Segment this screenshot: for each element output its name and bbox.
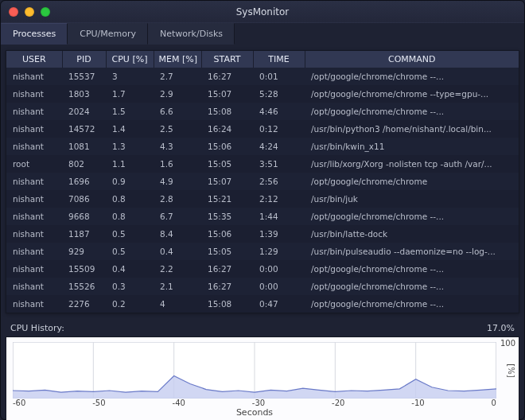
cell-start: 15:21 [201, 190, 253, 208]
cell-command: /opt/google/chrome/chrome [305, 173, 519, 190]
table-row[interactable]: nishant1553732.716:270:01/opt/google/chr… [6, 68, 519, 85]
col-time[interactable]: TIME [253, 51, 305, 68]
table-row[interactable]: nishant145721.42.516:240:12/usr/bin/pyth… [6, 120, 519, 138]
cell-cpu: 0.3 [106, 278, 154, 295]
table-row[interactable]: nishant22760.2415:080:47/opt/google/chro… [6, 295, 519, 313]
cell-mem: 8.4 [154, 225, 201, 243]
cell-time: 0:01 [253, 68, 305, 85]
cell-pid: 15509 [62, 260, 106, 278]
table-row[interactable]: nishant70860.82.815:212:12/usr/bin/juk [6, 190, 519, 208]
table-row[interactable]: root8021.11.615:053:51/usr/lib/xorg/Xorg… [6, 155, 519, 173]
cell-start: 16:27 [201, 260, 253, 278]
cell-command: /opt/google/chrome/chrome --... [305, 260, 519, 278]
chart-xticks: -60-50-40-30-20-100 [13, 399, 496, 407]
close-icon[interactable] [9, 7, 18, 17]
cell-pid: 1696 [62, 173, 106, 190]
cell-cpu: 3 [106, 68, 154, 85]
col-mem[interactable]: MEM [%] [154, 51, 201, 68]
cell-cpu: 1.7 [106, 85, 154, 103]
cell-cpu: 1.1 [106, 155, 154, 173]
cell-time: 1:29 [253, 243, 305, 260]
tab-cpu-memory[interactable]: CPU/Memory [68, 23, 148, 45]
cell-pid: 929 [62, 243, 106, 260]
cell-mem: 2.1 [154, 278, 201, 295]
col-pid[interactable]: PID [62, 51, 106, 68]
table-row[interactable]: nishant10811.34.315:064:24/usr/bin/kwin_… [6, 138, 519, 155]
col-command[interactable]: COMMAND [305, 51, 519, 68]
cell-start: 15:06 [201, 225, 253, 243]
cell-pid: 1081 [62, 138, 106, 155]
cell-start: 15:06 [201, 138, 253, 155]
process-table[interactable]: USER PID CPU [%] MEM [%] START TIME COMM… [6, 51, 519, 313]
cell-user: nishant [6, 120, 62, 138]
cell-start: 16:27 [201, 278, 253, 295]
table-row[interactable]: nishant16960.94.915:072:56/opt/google/ch… [6, 173, 519, 190]
cell-user: nishant [6, 208, 62, 225]
cell-user: nishant [6, 190, 62, 208]
cell-start: 15:35 [201, 208, 253, 225]
cell-start: 16:27 [201, 68, 253, 85]
table-row[interactable]: nishant18031.72.915:075:28/opt/google/ch… [6, 85, 519, 103]
col-user[interactable]: USER [6, 51, 62, 68]
cell-command: /usr/bin/python3 /home/nishant/.local/bi… [305, 120, 519, 138]
cell-pid: 7086 [62, 190, 106, 208]
cell-mem: 2.9 [154, 85, 201, 103]
table-row[interactable]: nishant20241.56.615:084:46/opt/google/ch… [6, 103, 519, 120]
cell-cpu: 0.9 [106, 173, 154, 190]
table-row[interactable]: nishant155090.42.216:270:00/opt/google/c… [6, 260, 519, 278]
table-header-row[interactable]: USER PID CPU [%] MEM [%] START TIME COMM… [6, 51, 519, 68]
cell-start: 15:08 [201, 103, 253, 120]
cell-mem: 2.8 [154, 190, 201, 208]
cell-mem: 1.6 [154, 155, 201, 173]
tab-network-disks[interactable]: Network/Disks [148, 23, 235, 45]
cell-user: nishant [6, 260, 62, 278]
cell-time: 1:39 [253, 225, 305, 243]
tab-bar: Processes CPU/Memory Network/Disks [1, 23, 524, 45]
cell-start: 15:05 [201, 243, 253, 260]
tab-processes[interactable]: Processes [1, 23, 68, 45]
cell-user: nishant [6, 278, 62, 295]
cell-time: 2:12 [253, 190, 305, 208]
cell-pid: 2276 [62, 295, 106, 313]
cell-mem: 2.5 [154, 120, 201, 138]
col-cpu[interactable]: CPU [%] [106, 51, 154, 68]
cell-user: nishant [6, 138, 62, 155]
window-controls [9, 7, 50, 17]
chart-xtick: -50 [92, 399, 105, 407]
chart-xlabel: Seconds [13, 407, 496, 418]
minimize-icon[interactable] [25, 7, 34, 17]
cell-start: 15:07 [201, 85, 253, 103]
chart-ytick-max: 100 [500, 339, 515, 348]
cell-pid: 14572 [62, 120, 106, 138]
cell-user: nishant [6, 103, 62, 120]
cell-cpu: 0.2 [106, 295, 154, 313]
table-row[interactable]: nishant11870.58.415:061:39/usr/bin/latte… [6, 225, 519, 243]
table-row[interactable]: nishant9290.50.415:051:29/usr/bin/pulsea… [6, 243, 519, 260]
cell-time: 1:44 [253, 208, 305, 225]
cell-time: 0:12 [253, 120, 305, 138]
cell-command: /opt/google/chrome/chrome --... [305, 278, 519, 295]
cell-command: /usr/lib/xorg/Xorg -nolisten tcp -auth /… [305, 155, 519, 173]
cell-time: 0:00 [253, 278, 305, 295]
cpu-history-section: CPU History: 17.0% 100 [%] -60-50-40-30-… [6, 320, 519, 414]
maximize-icon[interactable] [41, 7, 50, 17]
table-row[interactable]: nishant155260.32.116:270:00/opt/google/c… [6, 278, 519, 295]
cell-pid: 802 [62, 155, 106, 173]
chart-plot-area [13, 342, 496, 399]
cell-time: 0:47 [253, 295, 305, 313]
cell-time: 3:51 [253, 155, 305, 173]
cell-cpu: 0.5 [106, 225, 154, 243]
cell-command: /opt/google/chrome/chrome --type=gpu-... [305, 85, 519, 103]
cell-start: 16:24 [201, 120, 253, 138]
cell-cpu: 0.8 [106, 208, 154, 225]
cell-pid: 2024 [62, 103, 106, 120]
cell-cpu: 1.3 [106, 138, 154, 155]
col-start[interactable]: START [201, 51, 253, 68]
cell-command: /usr/bin/pulseaudio --daemonize=no --log… [305, 243, 519, 260]
cell-command: /usr/bin/juk [305, 190, 519, 208]
content-area: USER PID CPU [%] MEM [%] START TIME COMM… [1, 45, 524, 419]
table-row[interactable]: nishant96680.86.715:351:44/opt/google/ch… [6, 208, 519, 225]
cell-mem: 6.7 [154, 208, 201, 225]
titlebar[interactable]: SysMonitor [1, 1, 524, 23]
app-window: SysMonitor Processes CPU/Memory Network/… [0, 0, 525, 420]
